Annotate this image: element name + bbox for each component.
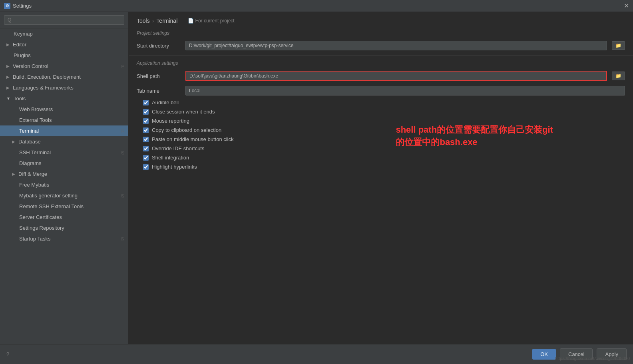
sidebar-item-diff-merge[interactable]: ▶Diff & Merge xyxy=(0,169,128,179)
question-icon: ? xyxy=(6,351,9,357)
shell-path-browse-btn[interactable]: 📁 xyxy=(612,72,625,80)
watermark: https://blog.csdn.net/weixin_42605050 xyxy=(552,356,633,361)
editor-arrow-icon: ▶ xyxy=(6,42,10,47)
checkbox-label-mouse-reporting: Mouse reporting xyxy=(152,118,189,124)
tab-name-label: Tab name xyxy=(137,88,181,94)
sidebar-item-free-mybatis[interactable]: Free Mybatis xyxy=(0,179,128,190)
search-box xyxy=(0,12,128,28)
project-settings-label: Project settings xyxy=(129,28,633,38)
sidebar-item-version-control[interactable]: ▶Version Control⎘ xyxy=(0,61,128,72)
ssh-terminal-copy-icon: ⎘ xyxy=(121,150,124,155)
shell-path-label: Shell path xyxy=(137,73,181,79)
start-directory-label: Start directory xyxy=(137,43,181,49)
checkbox-close-session[interactable] xyxy=(143,109,149,115)
plugins-label: Plugins xyxy=(14,52,31,58)
sidebar-item-terminal[interactable]: Terminal⎘ xyxy=(0,125,128,136)
sidebar-item-plugins[interactable]: Plugins xyxy=(0,50,128,61)
sidebar-item-editor[interactable]: ▶Editor xyxy=(0,39,128,50)
build-execution-arrow-icon: ▶ xyxy=(6,75,10,79)
terminal-label: Terminal xyxy=(19,128,39,134)
checkbox-label-close-session: Close session when it ends xyxy=(152,109,215,115)
checkbox-shell-integration[interactable] xyxy=(143,155,149,161)
shell-path-row: Shell path 📁 xyxy=(129,68,633,84)
database-label: Database xyxy=(18,139,41,145)
title-bar: ⚙ Settings ✕ xyxy=(0,0,633,12)
checkbox-label-override-ide: Override IDE shortcuts xyxy=(152,145,205,151)
editor-label: Editor xyxy=(13,42,26,48)
sidebar-item-settings-repository[interactable]: Settings Repository xyxy=(0,223,128,233)
checkbox-row-highlight-hyperlinks: Highlight hyperlinks xyxy=(129,162,633,171)
build-execution-label: Build, Execution, Deployment xyxy=(13,74,81,80)
diagrams-label: Diagrams xyxy=(19,160,42,166)
sidebar-item-keymap[interactable]: Keymap xyxy=(0,28,128,39)
checkbox-label-copy-clipboard: Copy to clipboard on selection xyxy=(152,127,221,133)
content-area: Tools › Terminal 📄 For current project P… xyxy=(129,12,633,344)
tab-name-input[interactable] xyxy=(185,86,625,95)
keymap-label: Keymap xyxy=(14,31,33,37)
languages-frameworks-label: Languages & Frameworks xyxy=(13,85,74,91)
checkbox-paste-middle[interactable] xyxy=(143,137,149,142)
bottom-bar: ? OK Cancel Apply xyxy=(0,344,633,364)
application-settings-label: Application settings xyxy=(129,58,633,68)
sidebar-item-tools[interactable]: ▼Tools xyxy=(0,93,128,104)
version-control-label: Version Control xyxy=(13,63,48,69)
start-directory-browse-btn[interactable]: 📁 xyxy=(612,41,625,50)
checkbox-row-close-session: Close session when it ends xyxy=(129,107,633,116)
sidebar-item-web-browsers[interactable]: Web Browsers xyxy=(0,104,128,115)
tools-arrow-icon: ▼ xyxy=(6,96,10,101)
help-button[interactable]: ? xyxy=(6,351,9,357)
start-directory-input[interactable] xyxy=(185,41,607,50)
mybatis-generator-copy-icon: ⎘ xyxy=(121,193,124,198)
app-icon: ⚙ xyxy=(4,3,10,9)
checkboxes-container: Audible bellClose session when it endsMo… xyxy=(129,98,633,171)
version-control-arrow-icon: ▶ xyxy=(6,64,10,68)
mybatis-generator-label: Mybatis generator setting xyxy=(19,193,78,199)
checkbox-audible-bell[interactable] xyxy=(143,100,149,105)
diff-merge-arrow-icon: ▶ xyxy=(12,172,15,176)
checkbox-mouse-reporting[interactable] xyxy=(143,118,149,124)
checkbox-override-ide[interactable] xyxy=(143,146,149,151)
checkbox-copy-clipboard[interactable] xyxy=(143,127,149,133)
breadcrumb: Tools › Terminal 📄 For current project xyxy=(129,12,633,28)
remote-ssh-label: Remote SSH External Tools xyxy=(19,203,84,209)
sidebar-item-diagrams[interactable]: Diagrams xyxy=(0,158,128,169)
window-title: Settings xyxy=(13,3,32,9)
annotation-text: shell path的位置需要配置你自己安装git的位置中的bash.exe xyxy=(396,124,553,149)
languages-frameworks-arrow-icon: ▶ xyxy=(6,86,10,90)
breadcrumb-separator: › xyxy=(152,18,154,24)
sidebar-item-startup-tasks[interactable]: Startup Tasks⎘ xyxy=(0,233,128,244)
start-directory-row: Start directory 📁 xyxy=(129,38,633,53)
checkbox-row-override-ide: Override IDE shortcuts xyxy=(129,144,633,153)
title-bar-left: ⚙ Settings xyxy=(4,3,32,9)
database-arrow-icon: ▶ xyxy=(12,139,15,144)
external-tools-label: External Tools xyxy=(19,117,52,123)
settings-repository-label: Settings Repository xyxy=(19,225,64,231)
sidebar-item-build-execution[interactable]: ▶Build, Execution, Deployment xyxy=(0,72,128,82)
close-button[interactable]: ✕ xyxy=(624,2,629,10)
shell-path-input[interactable] xyxy=(185,71,607,81)
ssh-terminal-label: SSH Terminal xyxy=(19,149,51,155)
sidebar-item-server-certificates[interactable]: Server Certificates xyxy=(0,212,128,223)
startup-tasks-copy-icon: ⎘ xyxy=(121,237,124,241)
sidebar-item-ssh-terminal[interactable]: SSH Terminal⎘ xyxy=(0,147,128,158)
checkbox-label-shell-integration: Shell integration xyxy=(152,155,189,161)
checkbox-row-paste-middle: Paste on middle mouse button click xyxy=(129,135,633,144)
sidebar-item-languages-frameworks[interactable]: ▶Languages & Frameworks xyxy=(0,82,128,93)
sidebar-item-mybatis-generator[interactable]: Mybatis generator setting⎘ xyxy=(0,190,128,201)
checkbox-highlight-hyperlinks[interactable] xyxy=(143,164,149,170)
sidebar-item-database[interactable]: ▶Database xyxy=(0,136,128,147)
checkbox-label-audible-bell: Audible bell xyxy=(152,99,179,105)
search-input[interactable] xyxy=(4,15,124,25)
doc-icon: 📄 xyxy=(188,18,194,24)
breadcrumb-parent: Tools xyxy=(137,18,150,24)
breadcrumb-for-project: 📄 For current project xyxy=(188,18,234,24)
sidebar-item-remote-ssh[interactable]: Remote SSH External Tools xyxy=(0,201,128,212)
checkbox-row-copy-clipboard: Copy to clipboard on selection xyxy=(129,125,633,135)
tools-label: Tools xyxy=(14,95,26,101)
terminal-copy-icon: ⎘ xyxy=(121,129,124,133)
checkbox-row-mouse-reporting: Mouse reporting xyxy=(129,116,633,125)
checkbox-label-paste-middle: Paste on middle mouse button click xyxy=(152,136,234,142)
sidebar-item-external-tools[interactable]: External Tools xyxy=(0,115,128,125)
checkbox-row-audible-bell: Audible bell xyxy=(129,98,633,107)
divider-1 xyxy=(129,55,633,56)
